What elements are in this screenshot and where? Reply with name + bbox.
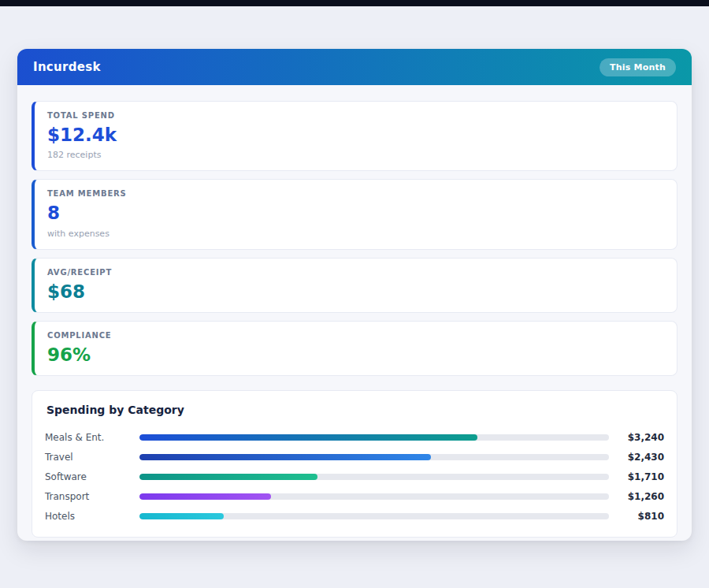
stat-card-avg-receipt: AVG/RECEIPT $68 (32, 258, 677, 313)
stat-subtext: with expenses (47, 229, 664, 239)
stat-card-team-members: TEAM MEMBERS 8 with expenses (32, 179, 677, 249)
chart-row-transport: Transport $1,260 (45, 486, 664, 506)
app-header: Incurdesk This Month (17, 49, 692, 85)
amount-label: $1,260 (609, 491, 664, 502)
stat-label: AVG/RECEIPT (47, 268, 664, 277)
amount-label: $810 (609, 511, 664, 522)
stat-value: $68 (47, 282, 664, 302)
bar-fill (139, 493, 271, 500)
chart-row-software: Software $1,710 (45, 467, 664, 486)
chart-row-travel: Travel $2,430 (45, 447, 664, 467)
bar-track (139, 454, 609, 460)
bar-track (139, 513, 609, 519)
chart-row-meals: Meals & Ent. $3,240 (45, 427, 664, 447)
stat-value: 8 (47, 203, 664, 223)
period-badge[interactable]: This Month (599, 58, 676, 76)
stat-card-compliance: COMPLIANCE 96% (32, 321, 677, 376)
spending-by-category-panel: Spending by Category Meals & Ent. $3,240… (32, 390, 677, 538)
category-label: Transport (45, 491, 139, 502)
amount-label: $2,430 (609, 452, 664, 463)
dashboard-body: TOTAL SPEND $12.4k 182 receipts TEAM MEM… (17, 85, 692, 541)
panel-title: Spending by Category (46, 404, 664, 416)
category-label: Hotels (45, 511, 139, 522)
page-background: Incurdesk This Month TOTAL SPEND $12.4k … (0, 0, 709, 588)
top-strip (0, 0, 709, 6)
category-label: Travel (45, 452, 139, 463)
bar-track (139, 434, 609, 441)
bar-fill (139, 454, 431, 460)
stat-card-total-spend: TOTAL SPEND $12.4k 182 receipts (32, 101, 677, 171)
bar-track (139, 474, 609, 480)
bar-fill (139, 513, 224, 519)
stat-value: $12.4k (47, 125, 664, 145)
app-title: Incurdesk (33, 60, 101, 74)
bar-fill (139, 474, 317, 480)
stat-label: COMPLIANCE (47, 331, 664, 340)
amount-label: $1,710 (609, 471, 664, 482)
amount-label: $3,240 (609, 432, 664, 443)
bar-track (139, 493, 609, 500)
stat-label: TOTAL SPEND (47, 111, 664, 120)
stat-label: TEAM MEMBERS (47, 189, 664, 198)
bar-fill (139, 434, 477, 441)
stat-subtext: 182 receipts (47, 150, 664, 160)
app-card: Incurdesk This Month TOTAL SPEND $12.4k … (17, 49, 692, 541)
category-label: Meals & Ent. (45, 432, 139, 443)
chart-row-hotels: Hotels $810 (45, 506, 664, 526)
category-label: Software (45, 471, 139, 482)
stat-value: 96% (47, 345, 664, 365)
